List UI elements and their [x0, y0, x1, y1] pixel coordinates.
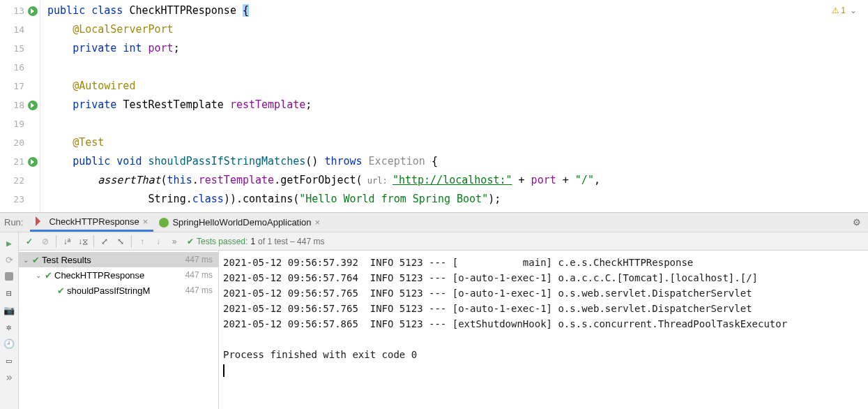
code-line-14[interactable]: @LocalServerPort: [47, 20, 868, 39]
gear-icon[interactable]: ⚙: [853, 217, 861, 228]
sort-duration-button[interactable]: ↓⧖: [75, 234, 91, 249]
code-line-17[interactable]: @Autowired: [47, 77, 868, 96]
gutter-line[interactable]: 23: [0, 190, 40, 209]
chevron-down-icon[interactable]: ⌄: [36, 272, 43, 279]
check-icon: ✔: [45, 270, 52, 281]
gutter-line[interactable]: 13: [0, 1, 40, 20]
stop-button[interactable]: [1, 269, 17, 284]
more-button[interactable]: »: [167, 234, 182, 249]
run-label: Run:: [4, 217, 23, 228]
gutter-line[interactable]: 20: [0, 133, 40, 152]
gutter-line[interactable]: 15: [0, 39, 40, 58]
run-line-icon[interactable]: [27, 100, 38, 111]
code-line-20[interactable]: @Test: [47, 133, 868, 152]
next-test-button[interactable]: ↓: [151, 234, 166, 249]
warning-indicator[interactable]: ⚠ 1 ⌄: [832, 1, 857, 20]
code-line-16[interactable]: [47, 58, 868, 77]
collapse-icon: ⌄: [850, 1, 857, 20]
test-label: shouldPassIfStringM: [67, 285, 150, 296]
check-icon: ✔: [57, 285, 65, 296]
test-label: Test Results: [42, 255, 91, 265]
code-line-23[interactable]: String.class)).contains("Hello World fro…: [47, 190, 868, 209]
run-line-icon[interactable]: [27, 156, 38, 168]
run-config-icon: [36, 216, 45, 226]
run-line-icon[interactable]: [27, 6, 38, 17]
test-time: 447 ms: [185, 255, 213, 265]
chevron-down-icon[interactable]: ⌄: [23, 256, 30, 264]
spring-icon: [159, 218, 169, 228]
code-editor: 1314151617181920212223 ⚠ 1 ⌄ public clas…: [0, 0, 868, 212]
code-area[interactable]: ⚠ 1 ⌄ public class CheckHTTPResponse { @…: [40, 0, 868, 212]
show-passed-button[interactable]: ✓: [22, 234, 37, 249]
close-icon[interactable]: ×: [315, 217, 321, 228]
status-suffix: of 1 test – 447 ms: [258, 237, 324, 246]
close-panel-button[interactable]: ▭: [1, 352, 17, 368]
code-line-21[interactable]: public void shouldPassIfStringMatches() …: [47, 152, 868, 171]
close-icon[interactable]: ×: [143, 216, 149, 227]
gutter-line[interactable]: 19: [0, 114, 40, 133]
run-toolbar: ✓ ⊘ ↓ª ↓⧖ ⤢ ⤡ ↑ ↓ » ✔ Tests passed: 1 of…: [19, 232, 868, 251]
sort-button[interactable]: ↓ª: [59, 234, 75, 249]
code-line-19[interactable]: [47, 114, 868, 133]
gutter-line[interactable]: 22: [0, 171, 40, 190]
run-panel: Run: CheckHTTPResponse×SpringHelloWorldD…: [0, 212, 868, 409]
test-tree-row[interactable]: ✔ shouldPassIfStringM447 ms: [19, 283, 218, 298]
gutter-line[interactable]: 18: [0, 96, 40, 114]
run-content: ⌄✔ Test Results447 ms⌄✔ CheckHTTPRespons…: [19, 251, 868, 409]
code-line-22[interactable]: assertThat(this.restTemplate.getForObjec…: [47, 171, 868, 190]
gutter-line[interactable]: 21: [0, 152, 40, 171]
code-line-13[interactable]: public class CheckHTTPResponse {: [47, 1, 868, 20]
test-tree[interactable]: ⌄✔ Test Results447 ms⌄✔ CheckHTTPRespons…: [19, 251, 219, 409]
status-prefix: Tests passed:: [197, 237, 248, 246]
expand-all-button[interactable]: ⤢: [97, 234, 112, 249]
check-icon: ✔: [187, 237, 194, 246]
test-time: 447 ms: [185, 270, 213, 280]
console-output[interactable]: 2021-05-12 09:56:57.392 INFO 5123 --- [ …: [219, 251, 868, 409]
test-label: CheckHTTPResponse: [54, 270, 144, 281]
history-button[interactable]: 🕘: [1, 336, 17, 351]
gutter-line[interactable]: 14: [0, 20, 40, 39]
expand-button[interactable]: »: [1, 369, 17, 385]
run-tab[interactable]: CheckHTTPResponse×: [30, 213, 153, 232]
gutter: 1314151617181920212223: [0, 0, 40, 212]
run-tab[interactable]: SpringHelloWorldDemoApplication×: [153, 213, 326, 232]
pin-button[interactable]: 📷: [1, 302, 17, 318]
settings-button[interactable]: ✲: [1, 319, 17, 334]
warning-count: 1: [841, 1, 846, 20]
run-left-toolbar: ▶ ⟳ ⊟ 📷 ✲ 🕘 ▭ »: [0, 232, 19, 409]
run-tab-label: CheckHTTPResponse: [49, 216, 139, 227]
status-count: 1: [250, 237, 255, 246]
gutter-line[interactable]: 17: [0, 77, 40, 96]
collapse-all-button[interactable]: ⤡: [113, 234, 128, 249]
test-status: ✔ Tests passed: 1 of 1 test – 447 ms: [187, 237, 324, 246]
show-ignored-button[interactable]: ⊘: [38, 234, 53, 249]
test-tree-row[interactable]: ⌄✔ Test Results447 ms: [19, 252, 218, 267]
code-line-15[interactable]: private int port;: [47, 39, 868, 58]
run-tab-label: SpringHelloWorldDemoApplication: [172, 217, 311, 228]
layout-button[interactable]: ⊟: [1, 285, 17, 301]
warning-icon: ⚠: [832, 1, 839, 20]
check-icon: ✔: [32, 255, 40, 265]
prev-test-button[interactable]: ↑: [135, 234, 150, 249]
gutter-line[interactable]: 16: [0, 58, 40, 77]
toggle-auto-test-button[interactable]: ⟳: [1, 252, 17, 267]
code-line-18[interactable]: private TestRestTemplate restTemplate;: [47, 96, 868, 114]
run-body: ▶ ⟳ ⊟ 📷 ✲ 🕘 ▭ » ✓ ⊘ ↓ª ↓⧖ ⤢ ⤡ ↑ ↓: [0, 232, 868, 409]
test-time: 447 ms: [185, 285, 213, 295]
test-tree-row[interactable]: ⌄✔ CheckHTTPResponse447 ms: [19, 267, 218, 283]
rerun-button[interactable]: ▶: [1, 235, 17, 251]
run-main: ✓ ⊘ ↓ª ↓⧖ ⤢ ⤡ ↑ ↓ » ✔ Tests passed: 1 of…: [19, 232, 868, 409]
run-tabs: Run: CheckHTTPResponse×SpringHelloWorldD…: [0, 213, 868, 232]
